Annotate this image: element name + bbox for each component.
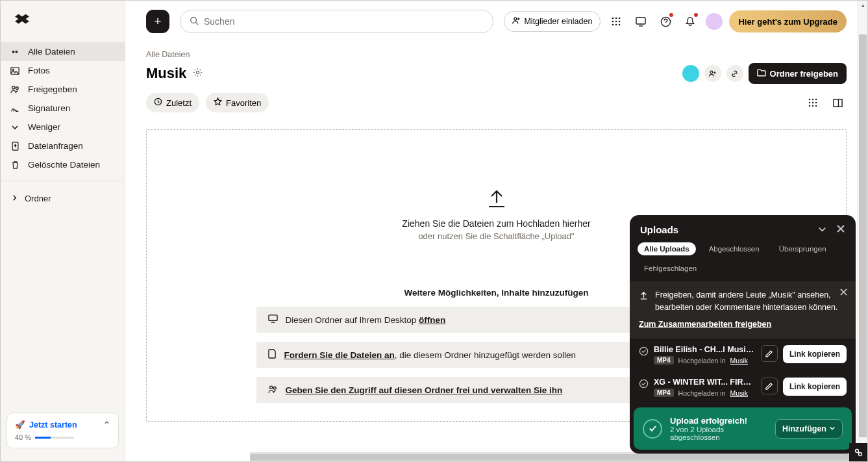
collapse-icon[interactable]	[817, 224, 827, 236]
vertical-scrollbar[interactable]: ▴▾	[858, 1, 867, 452]
float-widget[interactable]	[849, 443, 867, 461]
link-icon[interactable]	[726, 65, 743, 82]
progress-percent: 40 %	[15, 433, 31, 441]
svg-point-15	[619, 24, 621, 26]
nav-list: ▪▪Alle Dateien Fotos Freigegeben Signatu…	[1, 42, 125, 406]
option-text: Fordern Sie die Dateien an, die diesem O…	[284, 350, 576, 360]
nav-less[interactable]: Weniger	[1, 118, 125, 136]
horizontal-scrollbar[interactable]	[250, 452, 858, 461]
add-member-icon[interactable]	[704, 65, 721, 82]
folder-section[interactable]: Ordner	[1, 188, 125, 209]
breadcrumb[interactable]: Alle Dateien	[146, 50, 847, 59]
search-icon	[190, 16, 199, 27]
member-avatar[interactable]	[682, 65, 699, 82]
notification-dot	[694, 13, 698, 17]
share-label: Ordner freigeben	[770, 69, 838, 79]
help-icon[interactable]	[656, 12, 675, 31]
grid-view-icon[interactable]	[804, 94, 822, 112]
tab-all-uploads[interactable]: Alle Uploads	[638, 242, 696, 255]
upload-location[interactable]: Musik	[730, 357, 748, 365]
svg-point-26	[815, 102, 817, 103]
chevron-down-icon	[829, 424, 836, 433]
svg-point-1	[12, 69, 14, 70]
nav-file-requests[interactable]: Dateianfragen	[1, 136, 125, 155]
share-icon	[639, 290, 649, 304]
svg-point-32	[269, 386, 272, 389]
search-input[interactable]	[204, 16, 484, 27]
folder-icon	[757, 68, 766, 79]
file-name: Billie Eilish - CH...l Music Video).mp4	[654, 345, 756, 354]
svg-point-34	[639, 347, 647, 355]
svg-point-6	[514, 18, 517, 20]
desktop-icon[interactable]	[632, 12, 650, 31]
search-box[interactable]	[180, 10, 493, 33]
svg-rect-30	[833, 99, 841, 106]
sidebar: ▪▪Alle Dateien Fotos Freigegeben Signatu…	[1, 1, 125, 461]
nav-deleted[interactable]: Gelöschte Dateien	[1, 155, 125, 174]
person-plus-icon	[512, 16, 521, 27]
nav-photos[interactable]: Fotos	[1, 61, 125, 80]
start-card[interactable]: 🚀Jetzt starten⌃ 40 %	[6, 413, 119, 448]
favorites-pill[interactable]: Favoriten	[206, 93, 269, 112]
share-folder-button[interactable]: Ordner freigeben	[749, 63, 847, 84]
nav-signatures[interactable]: Signaturen	[1, 99, 125, 118]
svg-point-11	[615, 21, 617, 23]
signature-icon	[10, 104, 20, 113]
add-button[interactable]: Hinzufügen	[775, 419, 843, 439]
edit-button[interactable]	[761, 378, 778, 394]
file-badge: MP4	[654, 356, 674, 365]
svg-point-36	[856, 450, 859, 453]
bell-icon[interactable]	[681, 12, 699, 31]
copy-link-button[interactable]: Link kopieren	[783, 378, 847, 396]
upload-item: Billie Eilish - CH...l Music Video).mp4 …	[630, 339, 856, 371]
success-check-icon	[643, 419, 662, 439]
recent-pill[interactable]: Zuletzt	[146, 93, 199, 112]
svg-point-7	[612, 18, 614, 19]
file-icon	[268, 349, 277, 361]
panel-view-icon[interactable]	[828, 94, 847, 112]
invite-button[interactable]: Mitglieder einladen	[504, 11, 601, 32]
gear-icon[interactable]	[193, 68, 203, 80]
nav-all-files[interactable]: ▪▪Alle Dateien	[1, 42, 125, 61]
tab-completed[interactable]: Abgeschlossen	[702, 242, 766, 255]
check-icon	[639, 379, 649, 391]
tab-failed[interactable]: Fehlgeschlagen	[638, 262, 703, 275]
close-icon[interactable]	[836, 224, 845, 236]
svg-point-8	[615, 18, 617, 19]
upload-location[interactable]: Musik	[730, 389, 748, 397]
files-icon: ▪▪	[10, 47, 20, 57]
upgrade-button[interactable]: Hier geht's zum Upgrade	[729, 10, 847, 32]
pill-label: Zuletzt	[166, 98, 192, 108]
check-icon	[639, 346, 649, 359]
banner-link[interactable]: Zum Zusammenarbeiten freigeben	[639, 318, 771, 331]
svg-point-9	[619, 18, 621, 19]
invite-label: Mitglieder einladen	[524, 17, 592, 26]
svg-point-33	[273, 387, 276, 389]
copy-link-button[interactable]: Link kopieren	[783, 345, 847, 363]
nav-label: Dateianfragen	[28, 141, 83, 151]
plus-icon: +	[154, 14, 161, 29]
svg-point-12	[619, 21, 621, 23]
nav-label: Signaturen	[28, 103, 70, 113]
dropbox-icon[interactable]	[15, 13, 29, 30]
edit-button[interactable]	[761, 345, 778, 362]
upload-item: XG - WINTER WIT... FIRST TAKE.mp4 MP4Hoc…	[630, 371, 856, 404]
banner-close-icon[interactable]	[839, 288, 848, 300]
photo-icon	[10, 66, 20, 75]
option-text: Diesen Ordner auf Ihrem Desktop öffnen	[286, 315, 446, 325]
tab-skipped[interactable]: Übersprungen	[773, 242, 833, 255]
people-icon	[10, 84, 20, 94]
file-badge: MP4	[654, 389, 674, 397]
nav-shared[interactable]: Freigegeben	[1, 80, 125, 99]
monitor-icon	[268, 314, 278, 326]
folder-label: Ordner	[25, 194, 51, 203]
avatar[interactable]	[706, 13, 723, 30]
add-label: Hinzufügen	[782, 424, 826, 433]
upload-icon	[160, 188, 833, 209]
create-button[interactable]: +	[146, 10, 169, 33]
nav-label: Alle Dateien	[28, 47, 75, 57]
share-banner: Freigeben, damit andere Leute „Musik" an…	[630, 281, 856, 339]
apps-icon[interactable]	[607, 12, 625, 31]
upgrade-label: Hier geht's zum Upgrade	[738, 17, 837, 27]
upload-location-prefix: Hochgeladen in	[678, 357, 726, 365]
